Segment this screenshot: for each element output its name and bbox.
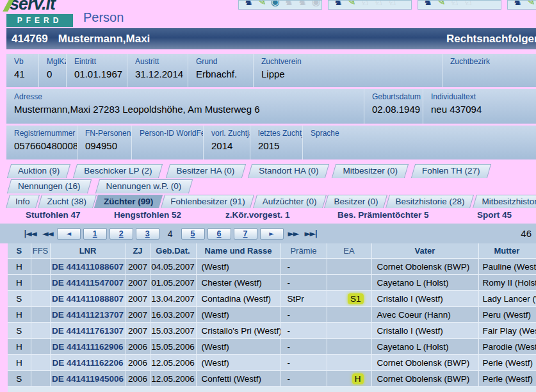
table-row[interactable]: HDE 441411162906200615.05.2006(Westf)-Ca… (8, 339, 536, 355)
col-header-praemie[interactable]: Prämie (280, 243, 327, 259)
cell-zj: 2006 (126, 355, 150, 371)
field-label: vorl. Zuchtjahr (211, 129, 250, 138)
cell-vater: Cayetano L (Holst) (371, 339, 478, 355)
edit-pencil-icon[interactable]: ✎ (257, 0, 266, 8)
table-row[interactable]: HDE 441411162206200612.05.2006(Westf)-Co… (8, 355, 536, 371)
col-header-mutter[interactable]: Mutter (478, 243, 536, 259)
tab-standort-ha-0[interactable]: Standort HA (0) (250, 164, 327, 178)
tab-mitbesitzhistorie[interactable]: Mitbesitzhistorie (475, 195, 536, 208)
field-label: Zuchtbezirk (450, 57, 536, 66)
col-header-vater[interactable]: Vater (371, 243, 478, 259)
field-label: Vb (14, 57, 38, 66)
col-header-zj[interactable]: ZJ (126, 243, 150, 259)
cell-lnr: DE 441411213707 (50, 307, 126, 323)
page-button-1[interactable]: 1 (83, 228, 107, 240)
tab-auktion-9[interactable]: Auktion (9) (9, 164, 69, 178)
fast-forward-icon[interactable]: ►► (288, 229, 298, 238)
tab-zucht-38[interactable]: Zucht (38) (40, 195, 95, 208)
horse-outline-icon-disabled[interactable]: ♘ (374, 0, 383, 8)
table-row[interactable]: HDE 441411088607200704.05.2007(Westf)-Co… (8, 259, 536, 275)
col-header-geb[interactable]: Geb.Dat. (150, 243, 196, 259)
tab-besitzer-0[interactable]: Besitzer (0) (326, 195, 386, 208)
col-header-ea[interactable]: EA (327, 243, 371, 259)
horse-outline-icon-disabled[interactable]: ♘ (387, 0, 396, 8)
field-registriernummer: Registriernummer057660480008 (6, 126, 77, 159)
edit-pencil-icon[interactable]: ✎ (437, 0, 445, 8)
table-row[interactable]: HDE 441411547007200701.05.2007Chester (W… (8, 275, 536, 291)
tab-label: Züchter (99) (104, 197, 153, 206)
tab-fohlen-th-27[interactable]: Fohlen TH (27) (413, 164, 489, 178)
edit-pencil-icon[interactable]: ✎ (347, 0, 355, 8)
field-label: Person-ID WorldFengur (140, 129, 203, 138)
lnr-link[interactable]: DE 441411547007 (52, 278, 124, 288)
field-value: 01.01.1967 (74, 69, 127, 79)
field-value: neu 437094 (431, 104, 536, 115)
page-button-3[interactable]: 3 (136, 228, 159, 240)
cell-ea: S1 (327, 291, 371, 307)
horse-outline-icon-disabled[interactable]: ♘ (450, 0, 459, 8)
horse-icon[interactable]: ♞ (334, 0, 343, 8)
page-button-2[interactable]: 2 (110, 228, 133, 240)
field-label: Grund (196, 57, 253, 66)
horse-icon[interactable]: ♞ (244, 0, 253, 8)
page-button-7[interactable]: 7 (234, 228, 257, 240)
tab-nennungen-w-p-0[interactable]: Nennungen w.P. (0) (97, 179, 191, 193)
page-button-5[interactable]: 5 (181, 228, 205, 240)
col-header-ffs[interactable]: FFS (31, 243, 50, 259)
table-row[interactable]: SDE 441411761307200715.03.2007Cristallo'… (8, 323, 536, 339)
horse-icon-disabled[interactable]: ♞ (284, 0, 293, 8)
lnr-link[interactable]: DE 441411088607 (52, 262, 124, 272)
table-row[interactable]: SDE 441411088807200713.04.2007Contadina … (8, 291, 536, 307)
horse-icon[interactable]: ♞ (423, 0, 432, 8)
app-logo[interactable]: serv.it PFERD (6, 0, 73, 27)
page-button-6[interactable]: 6 (207, 228, 231, 240)
edit-pencil-icon[interactable]: ✎ (526, 0, 535, 8)
icon-toolbar: ♞✎◉♞♞◉♞✎♘♘♘♞✎♘♘♞✎ (238, 0, 536, 10)
lnr-link[interactable]: DE 441411761307 (52, 326, 124, 336)
last-page-icon[interactable]: ►►| (305, 229, 317, 238)
stat-sport: Sport 45 (477, 210, 512, 220)
horse-icon-disabled[interactable]: ♞ (298, 0, 307, 8)
globe-icon[interactable]: ◉ (271, 0, 280, 8)
col-header-lnr[interactable]: LNR (50, 243, 126, 259)
field-vb: Vb41 (6, 54, 38, 87)
table-row[interactable]: SDE 441411945006200612.05.2006Confetti (… (8, 371, 536, 387)
first-page-icon[interactable]: |◄◄ (24, 229, 36, 238)
tab-besitzhistorie-28[interactable]: Besitzhistorie (28) (387, 195, 472, 208)
lnr-link[interactable]: DE 441411945006 (52, 374, 124, 384)
table-row[interactable]: HDE 441411213707200716.03.2007(Westf)-Av… (8, 307, 536, 323)
horse-outline-icon-disabled[interactable]: ♘ (361, 0, 370, 8)
cell-name: Contadina (Westf) (196, 291, 280, 307)
cell-name: (Westf) (196, 355, 280, 371)
tab-fohlenbesitzer-91[interactable]: Fohlenbesitzer (91) (163, 195, 252, 208)
cell-ea (327, 275, 371, 291)
cell-zj: 2007 (126, 307, 150, 323)
horse-outline-icon-disabled[interactable]: ♘ (464, 0, 473, 8)
tab-label: Standort HA (0) (259, 166, 318, 176)
col-header-name[interactable]: Name und Rasse (196, 243, 280, 259)
record-name: Mustermann,Maxi (58, 33, 150, 45)
tab-mitbesitzer-0[interactable]: Mitbesitzer (0) (334, 164, 407, 178)
cell-geb: 15.03.2007 (150, 323, 196, 339)
field-label: Eintritt (74, 57, 127, 66)
next-page-button[interactable]: ► (260, 228, 284, 240)
col-header-s[interactable]: S (8, 243, 31, 259)
lnr-link[interactable]: DE 441411162906 (52, 342, 123, 352)
lnr-link[interactable]: DE 441411213707 (52, 310, 124, 320)
cell-mutter: Peru (Westf) (478, 307, 536, 323)
tab-label: Nennungen (16) (18, 181, 81, 191)
globe-icon-disabled[interactable]: ◉ (311, 0, 320, 8)
horse-icon[interactable]: ♞ (513, 0, 522, 8)
tab-info[interactable]: Info (8, 195, 38, 208)
tab-züchter-99[interactable]: Züchter (99) (96, 195, 161, 208)
tab-nennungen-16[interactable]: Nennungen (16) (9, 179, 90, 193)
tab-besitzer-ha-0[interactable]: Besitzer HA (0) (168, 164, 244, 178)
prev-page-button[interactable]: ◄ (57, 228, 81, 240)
info-panel: AdresseMustermann,Maxi 27283 Leopoldshöh… (6, 89, 536, 124)
fast-back-icon[interactable]: ◄◄ (42, 229, 53, 238)
tab-aufzüchter-0[interactable]: Aufzüchter (0) (255, 195, 325, 208)
tab-beschicker-lp-2[interactable]: Beschicker LP (2) (75, 164, 161, 178)
lnr-link[interactable]: DE 441411162206 (52, 358, 123, 368)
lnr-link[interactable]: DE 441411088807 (52, 294, 124, 304)
field-value: 2014 (211, 140, 250, 151)
